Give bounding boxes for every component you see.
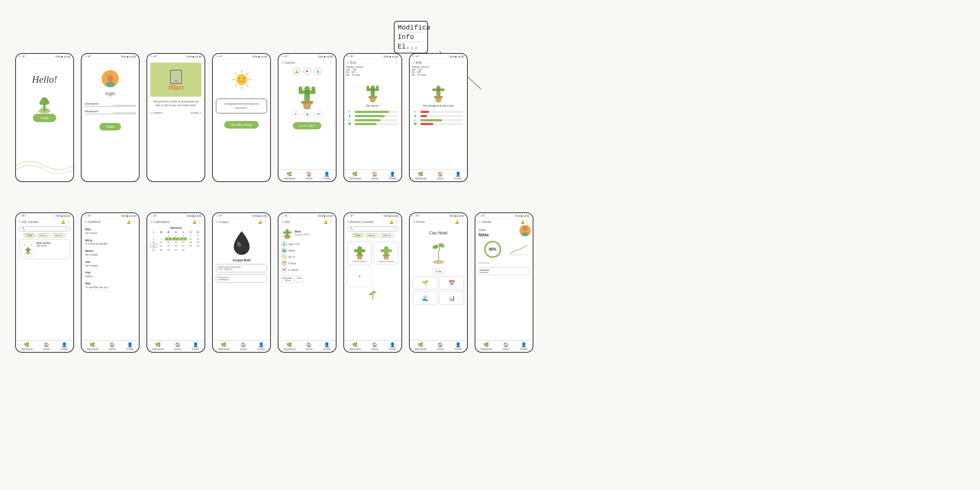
menu-item-el[interactable]: El...	[398, 42, 424, 51]
info-box[interactable]: Info	[296, 275, 303, 283]
sort-icon[interactable]: ⇅	[393, 227, 396, 230]
menu-item-info[interactable]: Info	[398, 33, 424, 42]
home-item-1[interactable]: 🌱	[413, 276, 438, 290]
back-button[interactable]: < Info	[282, 220, 290, 224]
back-button[interactable]: < Notifiche	[84, 220, 101, 224]
header-menu[interactable]: ⋮	[395, 61, 398, 64]
nav-mygarden[interactable]: 🌿MyGiarda	[284, 342, 295, 350]
nav-home[interactable]: 🏠Home	[305, 342, 313, 350]
username-field[interactable]: Username	[84, 102, 136, 107]
bell-icon[interactable]: 🔔	[192, 220, 197, 224]
nav-home[interactable]: 🏠Home	[305, 172, 313, 180]
home-item-4[interactable]: 📊	[439, 291, 464, 305]
back-button[interactable]: < Botanic Garden	[347, 220, 374, 224]
nav-home[interactable]: 🏠Home	[43, 342, 50, 350]
menu-icon[interactable]: ⋮	[67, 220, 70, 224]
nav-profile[interactable]: 👤Profilo	[192, 342, 199, 350]
vai-home-button[interactable]: Vai alla Home	[224, 121, 259, 129]
menu-icon[interactable]: ⋮	[132, 220, 136, 224]
bell-icon[interactable]: 🔔	[520, 220, 525, 224]
menu-icon[interactable]: ⋮	[264, 220, 267, 224]
nav-profile[interactable]: 👤Profilo	[257, 342, 265, 350]
nav-profile[interactable]: 👤Profilo	[60, 342, 68, 350]
menu-icon[interactable]: ⋮	[198, 220, 202, 224]
back-nav[interactable]: < indietro	[150, 111, 163, 115]
back-button[interactable]: < Calendario	[150, 220, 170, 224]
bell-icon[interactable]: 🔔	[455, 220, 459, 224]
plant-card-bob[interactable]: Bob cactus Sto bene	[19, 239, 70, 259]
bell-icon[interactable]: 🔔	[324, 220, 328, 224]
nav-profile[interactable]: 👤Profilo	[126, 342, 134, 350]
nav-profile[interactable]: 👤Profilo	[454, 342, 462, 350]
nav-mygarden[interactable]: 🌿MyGiarda	[481, 342, 492, 350]
nav-mygarden[interactable]: 🌿MyGiarda	[153, 342, 164, 350]
nav-home[interactable]: 🏠Home	[371, 172, 378, 180]
bell-icon[interactable]: 🔔	[258, 220, 262, 224]
back-button[interactable]: < Bob	[347, 61, 356, 64]
come-stai-button[interactable]: Come Stai ?	[293, 122, 321, 129]
nav-profile[interactable]: 👤Profilo	[323, 172, 331, 180]
notif-rob[interactable]: Rob Tu sai Rob che stu...	[84, 280, 110, 291]
back-button[interactable]: < Acqua	[216, 220, 228, 224]
nav-profile[interactable]: 👤Profilo	[388, 172, 396, 180]
filter-all[interactable]: Tutte	[352, 233, 363, 237]
add-plant-button[interactable]: +	[347, 266, 372, 287]
botanic-card-1[interactable]: Cactus ottimo	[347, 241, 372, 264]
search-bar[interactable]: 🔍 ⇅	[19, 226, 70, 231]
nav-home[interactable]: 🏠Home	[437, 342, 444, 350]
nav-home[interactable]: 🏠Home	[371, 342, 378, 350]
menu-icon[interactable]: ⋮	[329, 220, 333, 224]
password-field[interactable]: Password	[84, 110, 136, 114]
forward-nav[interactable]: avanti >	[191, 111, 202, 115]
notif-berry[interactable]: Berry È Corno di vacuità	[84, 237, 108, 248]
botanic-card-2[interactable]: Cactus Fottono	[374, 241, 398, 264]
menu-icon[interactable]: ⋮	[395, 220, 398, 224]
back-button[interactable]: < Home	[413, 220, 425, 224]
nav-home[interactable]: 🏠Home	[174, 342, 181, 350]
nav-mygarden[interactable]: 🌿MyGiarda	[350, 172, 361, 180]
nav-home[interactable]: 🏠Home	[240, 342, 247, 350]
filter-interno[interactable]: interno	[37, 233, 50, 237]
nav-mygarden[interactable]: 🌿MyGiarda	[350, 342, 361, 350]
notif-uao[interactable]: Uao Ho Freddo	[84, 259, 99, 270]
sort-icon[interactable]: ⇅	[65, 227, 68, 230]
context-menu[interactable]: Modifica Info El...	[394, 21, 428, 54]
back-button[interactable]: < Bob	[413, 61, 422, 64]
nav-mygarden[interactable]: 🌿MyGiarda	[218, 342, 229, 350]
nav-profile[interactable]: 👤Profilo	[323, 342, 331, 350]
menu-icon[interactable]: ⋮	[526, 220, 530, 224]
filter-esterno[interactable]: esterno	[51, 233, 65, 237]
home-item-2[interactable]: 📅	[439, 276, 464, 290]
bell-icon[interactable]: 🔔	[389, 220, 393, 224]
home-item-3[interactable]: 🌊	[413, 291, 438, 305]
nav-mygarden[interactable]: 🌿MyGiarda	[87, 342, 98, 350]
filter-esterno[interactable]: esterno	[379, 233, 393, 237]
nav-home[interactable]: 🏠Home	[108, 342, 116, 350]
inizia-button[interactable]: Inizia	[33, 114, 56, 122]
notif-bob[interactable]: Bob Ho Fame!	[84, 226, 98, 237]
bell-icon[interactable]: 🔔	[127, 220, 131, 224]
back-button[interactable]: < Utente	[479, 220, 491, 224]
header-menu[interactable]: ⋮	[461, 61, 464, 64]
nav-home[interactable]: 🏠Home	[502, 342, 509, 350]
filter-all[interactable]: Tutte	[24, 233, 35, 237]
fatto-button[interactable]: Fatto	[99, 123, 121, 130]
notif-pria[interactable]: Pria Addio...	[84, 269, 95, 280]
filter-interno[interactable]: interno	[364, 233, 378, 237]
botanic-search[interactable]: 🔍 ⇅	[347, 226, 398, 231]
header-menu[interactable]: ⋮	[329, 61, 333, 64]
back-button[interactable]: < My Garden	[19, 220, 39, 224]
menu-icon[interactable]: ⋮	[461, 220, 464, 224]
notif-bonzo[interactable]: Bonzo Ho Freddo	[84, 248, 99, 259]
nav-mygarden[interactable]: 🌿MyGiarda	[415, 342, 426, 350]
bell-icon[interactable]: 🔔	[61, 220, 65, 224]
nav-profile[interactable]: 👤Profilo	[520, 342, 527, 350]
nav-profile[interactable]: 👤Profilo	[388, 342, 396, 350]
menu-item-modifica[interactable]: Modifica	[398, 23, 424, 33]
nav-home[interactable]: 🏠Home	[437, 172, 444, 180]
back-button[interactable]: < Cactus	[282, 61, 295, 64]
nav-mygarden[interactable]: 🌿MyGiarda	[415, 172, 426, 180]
nav-mygarden[interactable]: 🌿MyGiarda	[284, 172, 295, 180]
nav-profile[interactable]: 👤Profilo	[454, 172, 462, 180]
nav-mygarden[interactable]: 🌿MyGiarda	[21, 342, 33, 350]
